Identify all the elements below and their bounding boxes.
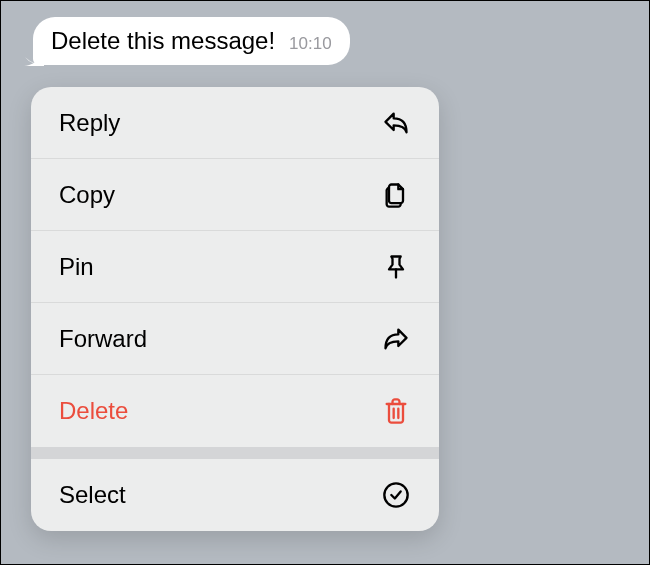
reply-icon <box>381 108 411 138</box>
menu-item-reply[interactable]: Reply <box>31 87 439 159</box>
menu-label-reply: Reply <box>59 109 120 137</box>
check-circle-icon <box>381 480 411 510</box>
pin-icon <box>381 252 411 282</box>
menu-item-copy[interactable]: Copy <box>31 159 439 231</box>
copy-icon <box>381 180 411 210</box>
bubble-tail-icon <box>22 46 44 66</box>
menu-item-delete[interactable]: Delete <box>31 375 439 447</box>
message-text: Delete this message! <box>51 27 275 55</box>
menu-item-pin[interactable]: Pin <box>31 231 439 303</box>
menu-item-select[interactable]: Select <box>31 459 439 531</box>
message-bubble[interactable]: Delete this message! 10:10 <box>33 17 350 65</box>
menu-label-forward: Forward <box>59 325 147 353</box>
trash-icon <box>381 396 411 426</box>
menu-item-forward[interactable]: Forward <box>31 303 439 375</box>
message-time: 10:10 <box>289 34 332 54</box>
svg-point-3 <box>384 483 407 506</box>
menu-separator <box>31 447 439 459</box>
forward-icon <box>381 324 411 354</box>
menu-label-pin: Pin <box>59 253 94 281</box>
menu-label-select: Select <box>59 481 126 509</box>
menu-label-copy: Copy <box>59 181 115 209</box>
menu-label-delete: Delete <box>59 397 128 425</box>
context-menu: Reply Copy Pin Forward <box>31 87 439 531</box>
